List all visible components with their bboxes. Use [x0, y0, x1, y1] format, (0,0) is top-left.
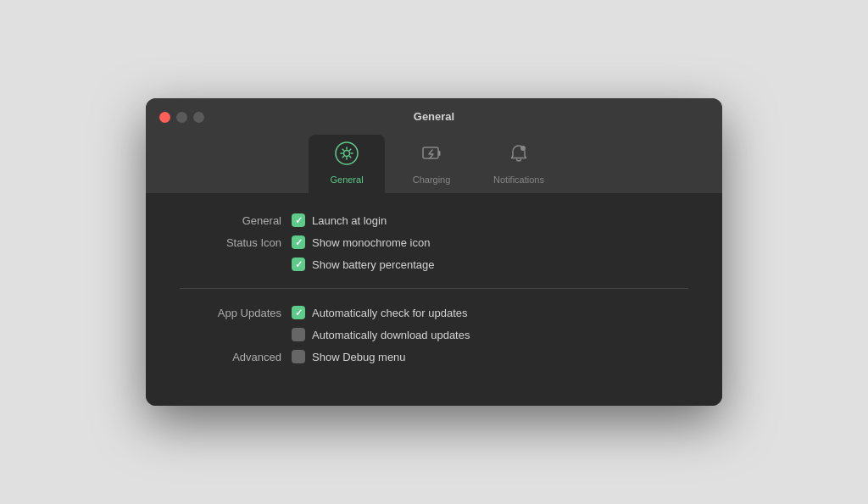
svg-point-1 [344, 151, 350, 157]
row-battery-percentage: ✓ Show battery percentage [180, 258, 688, 271]
preferences-window: General General [146, 98, 722, 406]
checkmark: ✓ [295, 308, 303, 318]
tab-general-label: General [330, 174, 363, 185]
maximize-button[interactable] [193, 112, 204, 123]
checkmark: ✓ [295, 260, 303, 269]
title-bar: General General [146, 98, 722, 193]
window-title: General [414, 110, 454, 123]
tab-notifications-label: Notifications [493, 174, 544, 185]
row-auto-download: Automatically download updates [180, 328, 688, 341]
checkbox-monochrome-icon[interactable]: ✓ [292, 235, 305, 249]
svg-point-0 [336, 142, 358, 164]
charging-icon [420, 141, 443, 170]
checkbox-auto-download[interactable] [292, 328, 305, 341]
minimize-button[interactable] [176, 112, 187, 123]
label-status-icon: Status Icon [180, 236, 281, 249]
checkmark: ✓ [295, 216, 303, 225]
section-general: General ✓ Launch at login Status Icon ✓ … [180, 213, 688, 271]
notifications-icon [507, 141, 531, 170]
battery-percentage-label: Show battery percentage [312, 258, 435, 271]
checkbox-row-auto-download: Automatically download updates [292, 328, 470, 341]
section-app-updates: App Updates ✓ Automatically check for up… [180, 288, 688, 363]
svg-rect-3 [438, 151, 441, 156]
launch-at-login-label: Launch at login [312, 214, 387, 227]
checkbox-row-debug: Show Debug menu [292, 350, 406, 363]
checkbox-row-battery: ✓ Show battery percentage [292, 258, 435, 271]
auto-download-label: Automatically download updates [312, 329, 470, 341]
debug-menu-label: Show Debug menu [312, 351, 406, 363]
auto-check-label: Automatically check for updates [312, 307, 468, 319]
gear-icon [335, 141, 359, 170]
row-auto-check: App Updates ✓ Automatically check for up… [180, 306, 688, 319]
checkbox-row-auto-check: ✓ Automatically check for updates [292, 306, 468, 319]
tab-general[interactable]: General [309, 135, 385, 193]
tab-notifications[interactable]: Notifications [478, 135, 559, 193]
svg-point-4 [520, 146, 526, 151]
checkbox-auto-check[interactable]: ✓ [292, 306, 305, 319]
row-debug-menu: Advanced Show Debug menu [180, 350, 688, 363]
checkbox-battery-percentage[interactable]: ✓ [292, 258, 305, 271]
row-launch-at-login: General ✓ Launch at login [180, 213, 688, 227]
tab-charging[interactable]: Charging [393, 135, 470, 193]
content-area: General ✓ Launch at login Status Icon ✓ … [146, 193, 722, 406]
close-button[interactable] [159, 112, 170, 123]
checkbox-row-launch: ✓ Launch at login [292, 213, 387, 227]
checkbox-launch-at-login[interactable]: ✓ [292, 213, 305, 227]
monochrome-icon-label: Show monochrome icon [312, 236, 430, 249]
traffic-lights [159, 112, 204, 123]
checkbox-debug-menu[interactable] [292, 350, 305, 363]
checkmark: ✓ [295, 238, 303, 247]
checkbox-row-monochrome: ✓ Show monochrome icon [292, 235, 430, 249]
toolbar: General Charging [309, 135, 559, 193]
row-monochrome-icon: Status Icon ✓ Show monochrome icon [180, 235, 688, 249]
label-app-updates: App Updates [180, 307, 281, 319]
label-general: General [180, 214, 281, 227]
tab-charging-label: Charging [413, 174, 451, 185]
label-advanced: Advanced [180, 351, 281, 363]
